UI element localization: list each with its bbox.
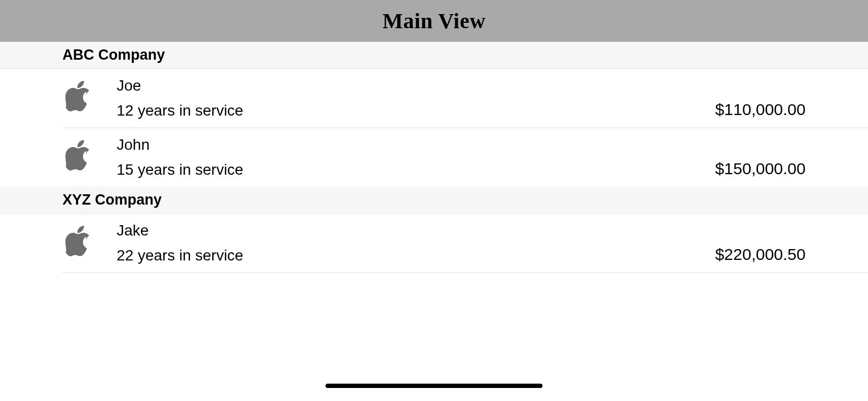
row-info: Joe 12 years in service [117,77,704,119]
list-row[interactable]: Joe 12 years in service $110,000.00 [0,69,868,128]
apple-logo-icon [62,221,101,265]
list-row[interactable]: Jake 22 years in service $220,000.50 [0,214,868,272]
section-header: ABC Company [0,42,868,69]
employee-amount: $150,000.00 [715,160,806,179]
employee-amount: $220,000.50 [715,245,806,265]
row-info: Jake 22 years in service [117,222,704,264]
employee-subtitle: 12 years in service [117,102,704,119]
section-header: XYZ Company [0,187,868,214]
employee-name: John [117,136,704,154]
employee-subtitle: 15 years in service [117,161,704,179]
employee-name: Joe [117,77,704,94]
apple-logo-icon [62,136,101,179]
employee-list: ABC Company Joe 12 years in service $110… [0,42,868,273]
list-row[interactable]: John 15 years in service $150,000.00 [0,128,868,187]
home-indicator[interactable] [326,384,542,388]
row-info: John 15 years in service [117,136,704,179]
employee-name: Jake [117,222,704,239]
apple-logo-icon [62,77,101,120]
navigation-bar: Main View [0,0,868,42]
employee-amount: $110,000.00 [715,100,806,120]
employee-subtitle: 22 years in service [117,247,704,264]
row-separator [62,272,868,273]
page-title: Main View [382,8,486,34]
